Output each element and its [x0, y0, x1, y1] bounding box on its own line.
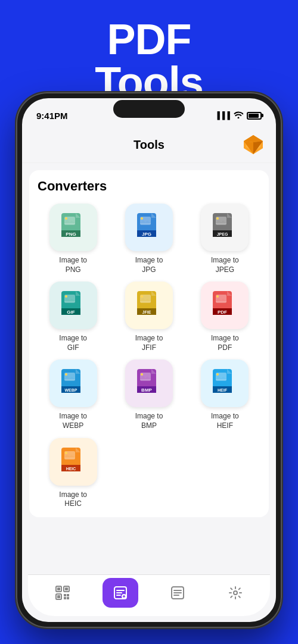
tool-bmp[interactable]: BMP Image toBMP — [113, 359, 184, 430]
svg-text:HEIF: HEIF — [218, 388, 228, 392]
tool-heif[interactable]: HEIF Image toHEIF — [190, 359, 260, 430]
svg-point-31 — [141, 295, 143, 298]
phone-screen: 9:41PM ▐▐▐ — [22, 98, 276, 622]
svg-text:JPG: JPG — [142, 232, 151, 237]
tool-heic[interactable]: HEIC Image toHEIC — [38, 438, 108, 509]
tool-icon-png: PNG — [49, 204, 97, 251]
tool-gif[interactable]: GIF Image toGIF — [38, 282, 108, 352]
tool-label-gif: Image toGIF — [59, 334, 87, 352]
tools-grid: PNG Image toPNG JPG Image toJPG — [38, 204, 260, 509]
tool-icon-heif: HEIF — [201, 359, 249, 407]
svg-rect-73 — [64, 597, 66, 599]
svg-text:PDF: PDF — [218, 310, 227, 315]
tool-jpg[interactable]: JPG Image toJPG — [113, 204, 184, 274]
svg-point-43 — [65, 373, 67, 376]
tool-label-heic: Image toHEIC — [59, 490, 87, 509]
tab-list[interactable] — [160, 578, 195, 608]
tool-icon-jpg: JPG — [125, 204, 173, 251]
tab-settings[interactable] — [218, 578, 253, 608]
svg-rect-71 — [64, 594, 66, 596]
svg-point-55 — [216, 373, 219, 376]
svg-rect-68 — [65, 587, 68, 590]
svg-point-7 — [65, 217, 67, 220]
section-title: Converters — [38, 179, 260, 194]
tool-pdf[interactable]: PDF Image toPDF — [190, 282, 260, 352]
svg-point-61 — [65, 452, 67, 454]
svg-point-86 — [234, 591, 237, 595]
tool-png[interactable]: PNG Image toPNG — [38, 204, 108, 274]
status-icons: ▐▐▐ — [215, 111, 262, 120]
tools-icon — [112, 584, 129, 601]
svg-marker-2 — [244, 135, 263, 142]
phone-notch — [113, 100, 185, 118]
tool-label-heif: Image toHEIF — [211, 412, 239, 430]
tool-jpeg[interactable]: JPEG Image toJPEG — [190, 204, 260, 274]
tab-tools[interactable] — [103, 578, 138, 608]
tool-label-webp: Image toWEBP — [59, 412, 87, 430]
svg-text:PNG: PNG — [66, 232, 76, 237]
tool-label-pdf: Image toPDF — [211, 334, 239, 352]
tool-icon-gif: GIF — [49, 282, 97, 329]
tool-label-bmp: Image toBMP — [135, 412, 163, 430]
tab-bar — [28, 574, 270, 616]
wifi-icon — [234, 111, 243, 120]
tool-label-png: Image toPNG — [59, 256, 87, 274]
tool-icon-pdf: PDF — [201, 282, 249, 329]
svg-point-25 — [65, 295, 67, 298]
signal-icon: ▐▐▐ — [215, 111, 230, 120]
status-time: 9:41PM — [36, 111, 68, 121]
tool-webp[interactable]: WEBP Image toWEBP — [38, 359, 108, 430]
converters-section: Converters PNG Image toPNG — [29, 170, 269, 517]
svg-point-13 — [141, 217, 143, 220]
tool-icon-heic: HEIC — [49, 438, 97, 486]
svg-rect-72 — [67, 594, 69, 596]
svg-text:GIF: GIF — [67, 310, 74, 315]
tool-jfif[interactable]: JFIE Image toJFIF — [113, 282, 184, 352]
battery-icon — [247, 112, 262, 120]
phone-frame: 9:41PM ▐▐▐ — [16, 92, 282, 628]
tab-qr[interactable] — [45, 578, 80, 608]
tool-label-jpg: Image toJPG — [135, 256, 163, 274]
svg-rect-74 — [67, 597, 69, 599]
app-background: PDF Tools 9:41PM ▐▐▐ — [0, 0, 298, 115]
tool-icon-bmp: BMP — [125, 359, 173, 407]
svg-point-19 — [216, 217, 219, 220]
app-title: PDF Tools — [0, 18, 298, 104]
tool-label-jpeg: Image toJPEG — [211, 256, 239, 274]
tool-label-jfif: Image toJFIF — [135, 334, 163, 352]
tool-icon-webp: WEBP — [49, 359, 97, 407]
svg-point-37 — [216, 295, 219, 298]
svg-text:BMP: BMP — [141, 387, 152, 393]
svg-point-49 — [141, 373, 143, 376]
svg-text:HEIC: HEIC — [66, 466, 76, 470]
list-icon — [169, 584, 186, 601]
settings-icon — [227, 584, 244, 601]
tools-header: Tools — [22, 124, 276, 163]
svg-text:JFIE: JFIE — [142, 310, 151, 314]
svg-text:WEBP: WEBP — [64, 388, 77, 392]
sketch-icon — [243, 134, 264, 155]
svg-rect-70 — [57, 595, 60, 598]
svg-rect-66 — [57, 587, 60, 590]
qr-icon — [54, 584, 71, 601]
svg-text:JPEG: JPEG — [217, 232, 228, 236]
tool-icon-jfif: JFIE — [125, 282, 173, 329]
tool-icon-jpeg: JPEG — [201, 204, 249, 251]
screen-title: Tools — [55, 138, 243, 152]
